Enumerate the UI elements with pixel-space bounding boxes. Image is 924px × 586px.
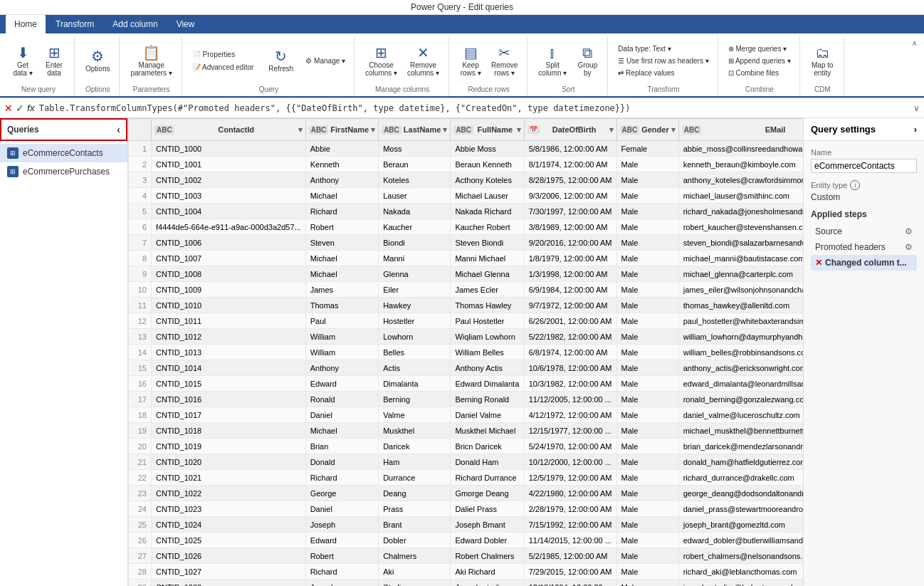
tab-transform[interactable]: Transform [47,15,103,33]
col-header-email[interactable]: ABC EMail ▾ [678,119,803,141]
col-header-firstname[interactable]: ABC FirstName ▾ [305,119,378,141]
step-promoted-headers-gear-icon[interactable]: ⚙ [905,242,913,252]
col-header-lastname[interactable]: ABC LastName ▾ [379,119,451,141]
table-row[interactable]: 15CNTID_1014AnthonyActisAnthony Actis10/… [129,360,804,376]
tab-home[interactable]: Home [6,15,46,33]
row-number: 5 [129,204,152,219]
col-header-dateofbirth[interactable]: 📅 DateOfBirth ▾ [524,119,616,141]
merge-queries-button[interactable]: ⊕ Merge queries ▾ [725,43,794,54]
formula-accept-icon[interactable]: ✓ [16,103,24,114]
ribbon-expand-button[interactable]: ∧ [910,39,918,47]
table-row[interactable]: 23CNTID_1022GeorgeDeangGmorge Deang4/22/… [129,486,804,501]
queries-collapse-icon[interactable]: ‹ [117,124,120,135]
table-row[interactable]: 21CNTID_1020DonaldHamDonald Ham10/12/200… [129,454,804,470]
advanced-editor-button[interactable]: 📝 Advanced editor [189,62,257,73]
cell-6: Male [616,407,678,423]
options-button[interactable]: ⚙ Options [82,47,113,75]
enter-data-button[interactable]: ⊞ Enterdata [40,43,68,79]
refresh-button[interactable]: ↻ Refresh [265,47,297,75]
manage-button[interactable]: ⚙ Manage ▾ [303,56,348,66]
filter-icon-firstname[interactable]: ▾ [371,125,375,135]
manage-parameters-button[interactable]: 📋 Manageparameters ▾ [127,43,175,79]
combine-files-button[interactable]: ⊡ Combine files [725,68,794,78]
entity-type-info-icon[interactable]: i [850,180,860,190]
cell-2: Joseph [305,517,378,533]
table-row[interactable]: 19CNTID_1018MichaelMuskthelMuskthel Mich… [129,423,804,439]
filter-icon-fullname[interactable]: ▾ [517,125,521,135]
get-data-button[interactable]: ⬇ Getdata ▾ [9,43,37,79]
table-row[interactable]: 10CNTID_1009JamesEilerJames Ecler6/9/198… [129,282,804,298]
table-row[interactable]: 5CNTID_1004RichardNakadaNakada Richard7/… [129,204,804,219]
table-row[interactable]: 17CNTID_1016RonaldBerningBerning Ronald1… [129,392,804,407]
cell-5: 5/22/1982, 12:00:00 AM [524,329,616,345]
tab-add-column[interactable]: Add column [104,15,166,33]
table-row[interactable]: 16CNTID_1015EdwardDimalantaEdward Dimala… [129,376,804,392]
table-row[interactable]: 18CNTID_1017DanielValmeDaniel Valme4/12/… [129,407,804,423]
query-item-ecommerce-purchases[interactable]: ⊞ eCommercePurchases [0,162,127,181]
data-type-button[interactable]: Data type: Text ▾ [615,43,711,54]
step-promoted-headers[interactable]: Promoted headers ⚙ [811,239,917,255]
cell-2: James [305,282,378,298]
remove-columns-button[interactable]: ✕ Removecolumns ▾ [404,43,443,79]
filter-icon-lastname[interactable]: ▾ [443,125,447,135]
reduce-rows-label: Reduce rows [468,84,510,93]
append-queries-button[interactable]: ⊞ Append queries ▾ [725,56,794,66]
col-header-gender[interactable]: ABC Gender ▾ [616,119,678,141]
table-row[interactable]: 7CNTID_1006StevenBiondiSteven Biondi9/20… [129,235,804,251]
table-row[interactable]: 1CNTID_1000AbbieMossAbbie Moss5/8/1986, … [129,141,804,157]
step-source-gear-icon[interactable]: ⚙ [905,226,913,236]
choose-columns-button[interactable]: ⊞ Choosecolumns ▾ [362,43,401,79]
table-row[interactable]: 24CNTID_1023DanielPrassDaliel Prass2/28/… [129,501,804,517]
table-row[interactable]: 22CNTID_1021RichardDurranceRichard Durra… [129,470,804,486]
cell-1: CNTID_1001 [152,157,306,172]
table-row[interactable]: 8CNTID_1007MichaelManniManni Michael1/8/… [129,251,804,266]
cell-4: Edward Dobler [451,533,524,548]
use-first-row-button[interactable]: ☰ Use first row as headers ▾ [615,56,711,66]
filter-icon-gender[interactable]: ▾ [671,125,676,135]
table-row[interactable]: 14CNTID_1013WilliamBellesWilliam Belles6… [129,345,804,360]
table-row[interactable]: 28CNTID_1027RichardAkiAki Richard7/29/20… [129,564,804,580]
cell-1: CNTID_1000 [152,141,306,157]
step-changed-column[interactable]: ✕ Changed column t... [811,255,917,271]
cell-5: 2/28/1979, 12:00:00 AM [524,501,616,517]
applied-steps-title: Applied steps [811,209,917,219]
query-item-ecommerce-contacts[interactable]: ⊞ eCommerceContacts [0,144,127,162]
table-row[interactable]: 20CNTID_1019BrianDaricekBricn Daricek5/2… [129,439,804,454]
remove-rows-button[interactable]: ✂ Removerows ▾ [488,43,521,79]
table-row[interactable]: 2CNTID_1001KennethBeraunBeraun Kenneth8/… [129,157,804,172]
row-number: 28 [129,564,152,580]
col-header-contactid[interactable]: ABC ContactId ▾ [152,119,306,141]
col-header-fullname[interactable]: ABC FullName ▾ [451,119,524,141]
formula-reject-icon[interactable]: ✕ [4,103,13,114]
type-icon-dateofbirth: 📅 [527,125,540,134]
tab-view[interactable]: View [168,15,204,33]
formula-collapse-icon[interactable]: ∨ [913,103,920,113]
group-by-button[interactable]: ⧉ Groupby [573,43,602,79]
table-row[interactable]: 12CNTID_1011PaulHostetlerPaul Hostetler6… [129,313,804,329]
table-row[interactable]: 11CNTID_1010ThomasHawkeyThomas Hawley9/7… [129,298,804,313]
map-to-entity-button[interactable]: 🗂 Map toentity [808,43,837,79]
properties-button[interactable]: 📄 Properties [189,49,238,60]
data-area[interactable]: ABC ContactId ▾ ABC FirstName ▾ [128,118,803,586]
right-panel-expand-icon[interactable]: › [914,124,917,135]
cell-1: CNTID_1022 [152,486,306,501]
name-input[interactable] [811,159,917,173]
filter-icon-dateofbirth[interactable]: ▾ [609,125,614,135]
table-row[interactable]: 4CNTID_1003MichaelLauserMichael Lauser9/… [129,188,804,204]
keep-rows-button[interactable]: ▤ Keeprows ▾ [456,43,485,79]
table-row[interactable]: 25CNTID_1024JosephBrantJoseph Bmant7/15/… [129,517,804,533]
table-row[interactable]: 29CNTID_1028JosephStudierJoseph ntudier1… [129,580,804,587]
replace-values-button[interactable]: ⇄ Replace values [615,68,711,78]
step-source[interactable]: Source ⚙ [811,224,917,239]
table-row[interactable]: 26CNTID_1025EdwardDoblerEdward Dobler11/… [129,533,804,548]
cell-6: Male [616,188,678,204]
split-column-button[interactable]: ⫿ Splitcolumn ▾ [535,43,570,79]
table-row[interactable]: 9CNTID_1008MichaelGlennaMichael Glenna1/… [129,266,804,282]
table-row[interactable]: 27CNTID_1026RobertChalmersRobert Chalmer… [129,548,804,564]
col-name-lastname: LastName [404,125,441,134]
step-changed-column-x-icon[interactable]: ✕ [815,258,822,268]
filter-icon-contactid[interactable]: ▾ [298,125,303,135]
table-row[interactable]: 6f4444de5-664e-e911-a9ac-000d3a2d57...Ro… [129,219,804,235]
table-row[interactable]: 13CNTID_1012WilliamLowhornWiqliam Lowhor… [129,329,804,345]
table-row[interactable]: 3CNTID_1002AnthonyKotelesActhony Koteles… [129,172,804,188]
